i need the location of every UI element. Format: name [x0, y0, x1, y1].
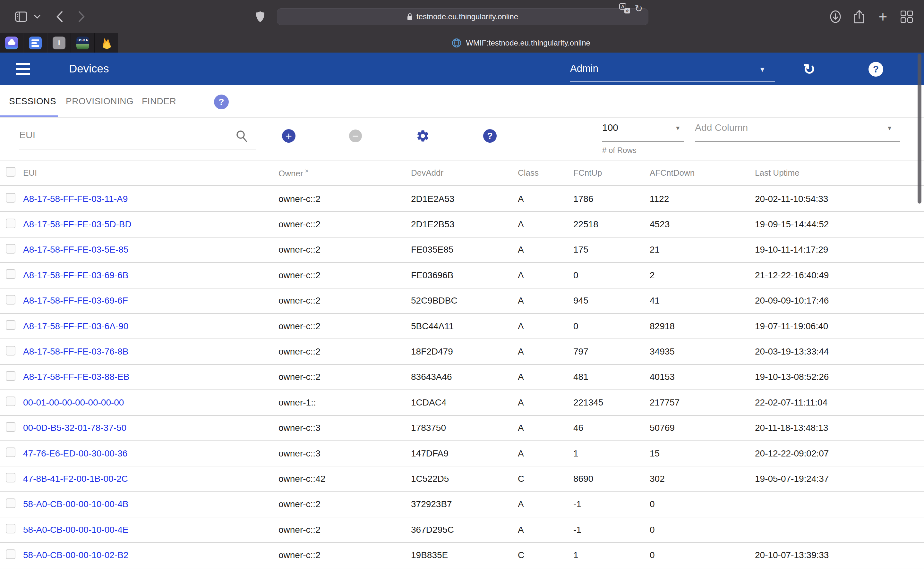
- owner-cell: owner-c::2: [278, 347, 411, 357]
- afcntdown-cell: 217757: [650, 398, 755, 408]
- row-checkbox[interactable]: [6, 295, 15, 305]
- fcntup-cell: 0: [573, 321, 650, 332]
- eui-link[interactable]: A8-17-58-FF-FE-03-88-EB: [23, 372, 278, 382]
- address-bar[interactable]: testnode.eu.thingularity.online: [277, 8, 648, 25]
- row-checkbox[interactable]: [6, 269, 15, 279]
- tabs-help-icon[interactable]: ?: [214, 95, 229, 109]
- afcntdown-cell: 302: [650, 474, 755, 484]
- devaddr-cell: 1C522D5: [411, 474, 518, 484]
- row-checkbox[interactable]: [6, 346, 15, 356]
- search-icon[interactable]: [236, 130, 248, 143]
- row-checkbox[interactable]: [6, 524, 15, 533]
- row-checkbox[interactable]: [6, 371, 15, 381]
- eui-link[interactable]: 58-A0-CB-00-00-10-00-4B: [23, 499, 278, 509]
- back-icon[interactable]: [53, 0, 67, 33]
- sidebar-chevron-down-icon[interactable]: [33, 0, 41, 33]
- new-tab-icon[interactable]: +: [875, 0, 891, 33]
- filter-help-icon[interactable]: ?: [483, 129, 497, 143]
- scrollbar[interactable]: [918, 54, 921, 203]
- devaddr-cell: 2D1E2A53: [411, 194, 518, 204]
- pinned-tab-docs[interactable]: [24, 33, 47, 53]
- pinned-tab-info[interactable]: I: [47, 33, 71, 53]
- eui-link[interactable]: A8-17-58-FF-FE-03-69-6F: [23, 295, 278, 306]
- row-checkbox[interactable]: [6, 396, 15, 406]
- privacy-shield-icon[interactable]: [253, 0, 267, 33]
- owner-cell: owner-c::2: [278, 321, 411, 332]
- devaddr-cell: 372923B7: [411, 499, 518, 509]
- last-uptime-cell: 19-05-07-19:24:37: [755, 474, 924, 484]
- last-uptime-cell: 19-10-13-08:52:26: [755, 372, 924, 382]
- last-uptime-cell: 20-09-09-10:17:46: [755, 295, 924, 306]
- app-header: Devices Admin ▼ ↻ ?: [0, 53, 924, 85]
- col-devaddr: DevAddr: [411, 168, 518, 178]
- eui-link[interactable]: 47-76-E6-ED-00-30-00-36: [23, 448, 278, 459]
- pinned-tab-cloud[interactable]: [0, 33, 23, 53]
- row-checkbox[interactable]: [6, 219, 15, 228]
- add-column-select[interactable]: Add Column ▼: [695, 122, 900, 133]
- settings-gear-icon[interactable]: [416, 129, 430, 143]
- remove-column-icon[interactable]: ×: [305, 167, 309, 174]
- pinned-tab-usda[interactable]: USDA: [71, 33, 95, 53]
- share-icon[interactable]: [851, 0, 867, 33]
- eui-link[interactable]: A8-17-58-FF-FE-03-76-8B: [23, 347, 278, 357]
- rows-caption: # of Rows: [602, 146, 636, 155]
- add-button[interactable]: +: [282, 129, 296, 143]
- table-row: A8-17-58-FF-FE-03-6A-90 owner-c::2 5BC44…: [0, 314, 924, 339]
- class-cell: A: [518, 347, 573, 357]
- fcntup-cell: 1: [573, 448, 650, 459]
- col-class: Class: [518, 168, 573, 178]
- eui-link[interactable]: 00-0D-B5-32-01-78-37-50: [23, 423, 278, 433]
- afcntdown-cell: 40153: [650, 372, 755, 382]
- fcntup-cell: 1786: [573, 194, 650, 204]
- eui-link[interactable]: A8-17-58-FF-FE-03-5E-85: [23, 245, 278, 255]
- eui-link[interactable]: A8-17-58-FF-FE-03-5D-BD: [23, 219, 278, 229]
- owner-cell: owner-c::2: [278, 550, 411, 560]
- devaddr-cell: 147DFA9: [411, 448, 518, 459]
- row-checkbox[interactable]: [6, 448, 15, 457]
- tab-sessions[interactable]: SESSIONS: [9, 85, 56, 117]
- eui-search-input[interactable]: [19, 127, 256, 143]
- header-help-icon[interactable]: ?: [869, 62, 883, 77]
- refresh-icon[interactable]: ↻: [800, 60, 818, 78]
- afcntdown-cell: 0: [650, 550, 755, 560]
- row-checkbox[interactable]: [6, 320, 15, 330]
- owner-cell: owner-c::2: [278, 245, 411, 255]
- browser-toolbar: testnode.eu.thingularity.online A ☆ ↻ +: [0, 0, 924, 33]
- table-row: 00-0D-B5-32-01-78-37-50 owner-c::3 17837…: [0, 416, 924, 441]
- downloads-icon[interactable]: [828, 0, 843, 33]
- tab-overview-icon[interactable]: [899, 0, 914, 33]
- eui-link[interactable]: 47-8B-41-F2-00-1B-00-2C: [23, 474, 278, 484]
- eui-link[interactable]: 00-01-00-00-00-00-00-00: [23, 398, 278, 408]
- row-checkbox[interactable]: [6, 550, 15, 559]
- row-checkbox[interactable]: [6, 498, 15, 508]
- usda-logo-icon: USDA: [76, 37, 89, 49]
- table-body: A8-17-58-FF-FE-03-11-A9 owner-c::2 2D1E2…: [0, 187, 924, 568]
- fcntup-cell: -1: [573, 499, 650, 509]
- eui-link[interactable]: A8-17-58-FF-FE-03-69-6B: [23, 270, 278, 280]
- fcntup-cell: 797: [573, 347, 650, 357]
- row-checkbox[interactable]: [6, 244, 15, 253]
- eui-link[interactable]: A8-17-58-FF-FE-03-11-A9: [23, 194, 278, 204]
- rows-per-page-select[interactable]: 100 ▼ # of Rows: [602, 122, 684, 133]
- afcntdown-cell: 1122: [650, 194, 755, 204]
- account-select[interactable]: Admin ▼: [570, 60, 775, 82]
- row-checkbox[interactable]: [6, 193, 15, 203]
- tab-provisioning[interactable]: PROVISIONING: [66, 85, 134, 117]
- tab-finder[interactable]: FINDER: [142, 85, 176, 117]
- active-tab[interactable]: WMIF:testnode.eu.thingularity.online: [118, 33, 924, 53]
- eui-link[interactable]: A8-17-58-FF-FE-03-6A-90: [23, 321, 278, 332]
- remove-button[interactable]: −: [349, 129, 362, 142]
- translate-icon[interactable]: A ☆: [619, 0, 630, 17]
- pinned-tab-firebase[interactable]: [95, 33, 118, 53]
- table-row: A8-17-58-FF-FE-03-69-6F owner-c::2 52C9B…: [0, 288, 924, 314]
- eui-link[interactable]: 58-A0-CB-00-00-10-00-4E: [23, 525, 278, 535]
- select-all-checkbox[interactable]: [6, 167, 15, 177]
- row-checkbox[interactable]: [6, 422, 15, 432]
- eui-link[interactable]: 58-A0-CB-00-00-10-02-B2: [23, 550, 278, 560]
- sidebar-toggle-icon[interactable]: [14, 0, 28, 33]
- row-checkbox[interactable]: [6, 473, 15, 482]
- reload-icon[interactable]: ↻: [635, 0, 643, 17]
- menu-icon[interactable]: [16, 63, 30, 75]
- forward-icon[interactable]: [74, 0, 89, 33]
- devaddr-cell: 18F2D479: [411, 347, 518, 357]
